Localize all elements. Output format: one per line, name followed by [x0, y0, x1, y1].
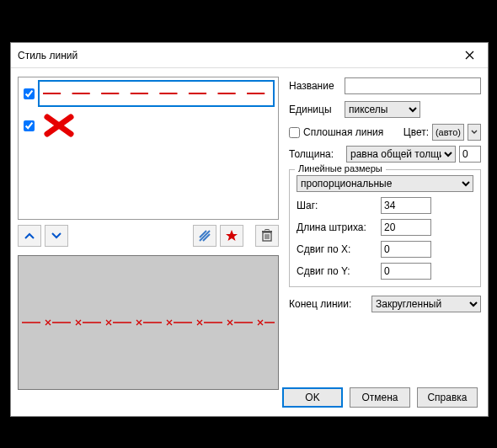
- units-select[interactable]: пикселы: [345, 101, 420, 118]
- delete-button[interactable]: [255, 225, 279, 247]
- proportions-select[interactable]: пропорциональные: [297, 175, 473, 192]
- move-up-button[interactable]: [18, 225, 41, 247]
- endline-select[interactable]: Закругленный: [371, 296, 481, 312]
- style-list[interactable]: [18, 77, 279, 220]
- style-list-item[interactable]: [19, 109, 278, 141]
- close-button[interactable]: [451, 43, 488, 68]
- line-preview-canvas: [18, 255, 279, 390]
- callout-line: [334, 0, 335, 44]
- color-dropdown-button[interactable]: [468, 124, 481, 141]
- units-label: Единицы: [289, 104, 345, 115]
- star-button[interactable]: [220, 225, 243, 247]
- cancel-button[interactable]: Отмена: [350, 387, 410, 408]
- shift-x-input[interactable]: [381, 241, 431, 258]
- step-label: Шаг:: [297, 200, 381, 211]
- help-button[interactable]: Справка: [417, 387, 478, 408]
- endline-label: Конец линии:: [289, 298, 365, 310]
- thickness-mode-select[interactable]: равна общей толщине плюс: [346, 146, 456, 163]
- titlebar: Стиль линий: [11, 43, 488, 68]
- style-preview-dashes[interactable]: [38, 80, 275, 107]
- shift-x-label: Сдвиг по X:: [297, 243, 381, 255]
- svg-rect-14: [265, 230, 269, 232]
- callout-line: [135, 0, 136, 44]
- solid-line-checkbox[interactable]: [289, 127, 300, 138]
- star-icon: [225, 229, 238, 243]
- chevron-down-icon: [471, 130, 478, 135]
- style-list-item[interactable]: [19, 77, 278, 109]
- window-title: Стиль линий: [18, 50, 77, 61]
- shift-y-input[interactable]: [381, 263, 431, 280]
- solid-line-label: Сплошная линия: [303, 126, 383, 138]
- shift-y-label: Сдвиг по Y:: [297, 265, 381, 277]
- thickness-value-input[interactable]: [459, 146, 481, 163]
- ok-button[interactable]: OK: [282, 387, 343, 408]
- chevron-down-icon: [51, 232, 62, 240]
- line-style-dialog: Стиль линий: [10, 42, 489, 417]
- style-toolbar: [18, 225, 279, 247]
- style-preview-cross[interactable]: [38, 112, 275, 139]
- color-label: Цвет:: [403, 126, 429, 138]
- style-enable-checkbox[interactable]: [24, 120, 35, 131]
- name-input[interactable]: [345, 77, 481, 94]
- name-label: Название: [289, 80, 345, 92]
- close-icon: [465, 51, 474, 60]
- color-value: (авто): [432, 124, 464, 141]
- svg-marker-8: [226, 230, 238, 241]
- style-enable-checkbox[interactable]: [24, 88, 35, 99]
- linear-dimensions-group: Линейные размеры пропорциональные Шаг: Д…: [289, 169, 481, 287]
- dash-length-label: Длина штриха:: [297, 221, 381, 233]
- thickness-label: Толщина:: [289, 148, 343, 160]
- move-down-button[interactable]: [45, 225, 68, 247]
- dash-length-input[interactable]: [381, 219, 431, 236]
- hatch-button[interactable]: [193, 225, 216, 247]
- dialog-footer: OK Отмена Справка: [282, 387, 478, 408]
- linear-dimensions-legend: Линейные размеры: [295, 163, 386, 173]
- trash-icon: [261, 229, 273, 243]
- hatch-icon: [198, 229, 211, 243]
- step-input[interactable]: [381, 197, 431, 214]
- chevron-up-icon: [24, 232, 35, 240]
